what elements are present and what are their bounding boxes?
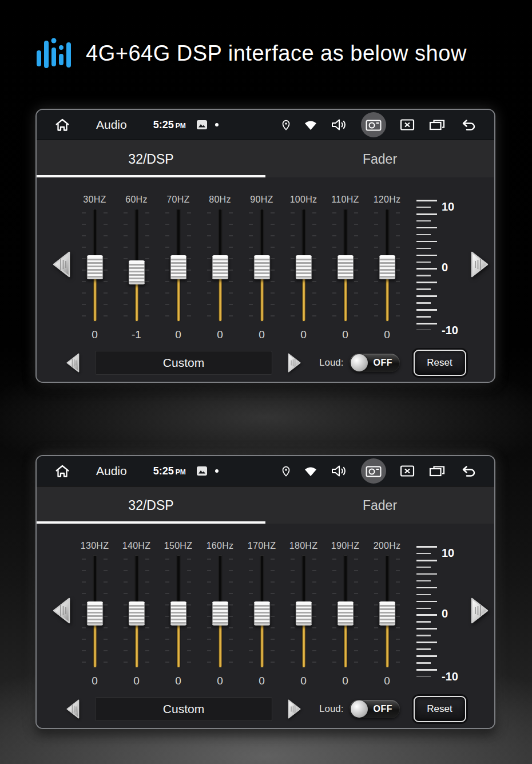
freq-label: 170HZ bbox=[248, 541, 276, 553]
back-icon[interactable] bbox=[459, 118, 477, 132]
tab-fader[interactable]: Fader bbox=[265, 486, 494, 524]
eq-slider[interactable] bbox=[212, 555, 228, 668]
band-value: 0 bbox=[342, 675, 348, 687]
eq-slider[interactable] bbox=[338, 209, 353, 322]
loud-toggle[interactable]: OFF bbox=[350, 700, 400, 718]
slider-thumb[interactable] bbox=[86, 601, 103, 626]
page-title: 4G+64G DSP interface as below show bbox=[86, 41, 467, 66]
slider-thumb[interactable] bbox=[295, 255, 312, 279]
volume-icon[interactable] bbox=[331, 118, 348, 132]
freq-label: 70HZ bbox=[166, 195, 189, 207]
slider-thumb[interactable] bbox=[337, 601, 354, 626]
slider-thumb[interactable] bbox=[86, 255, 103, 279]
band-value: 0 bbox=[217, 328, 223, 341]
page-header: 4G+64G DSP interface as below show bbox=[33, 33, 467, 73]
slider-thumb[interactable] bbox=[379, 601, 395, 626]
eq-slider[interactable] bbox=[254, 555, 269, 668]
eq-slider[interactable] bbox=[296, 555, 311, 668]
wifi-icon bbox=[304, 120, 317, 130]
tab-32dsp[interactable]: 32/DSP bbox=[37, 140, 265, 178]
next-bands-button[interactable] bbox=[462, 249, 493, 280]
equalizer-body: 130HZ 0 140HZ 0 bbox=[37, 524, 494, 728]
close-icon[interactable] bbox=[399, 464, 415, 478]
eq-slider[interactable] bbox=[379, 555, 395, 668]
equalizer-body: 30HZ 0 60Hz -1 bbox=[37, 177, 494, 382]
loud-toggle[interactable]: OFF bbox=[350, 354, 400, 372]
toggle-knob[interactable] bbox=[351, 354, 368, 371]
freq-label: 30HZ bbox=[83, 195, 106, 207]
eq-slider[interactable] bbox=[87, 555, 102, 668]
eq-slider[interactable] bbox=[129, 555, 144, 668]
next-bands-button[interactable] bbox=[462, 595, 493, 626]
freq-label: 200Hz bbox=[374, 541, 401, 553]
slider-thumb[interactable] bbox=[337, 255, 354, 279]
preset-selector[interactable]: Custom bbox=[95, 351, 272, 375]
status-bar: Audio 5:25PM bbox=[37, 110, 494, 140]
slider-thumb[interactable] bbox=[170, 601, 186, 626]
next-preset-button[interactable] bbox=[281, 351, 304, 374]
freq-label: 160Hz bbox=[207, 541, 234, 553]
screenshot-camera-button[interactable] bbox=[361, 112, 386, 137]
freq-label: 100Hz bbox=[290, 195, 317, 207]
band-value: 0 bbox=[217, 675, 223, 687]
eq-slider[interactable] bbox=[170, 209, 186, 322]
eq-slider[interactable] bbox=[87, 209, 102, 322]
band-value: 0 bbox=[92, 328, 98, 341]
slider-thumb[interactable] bbox=[295, 601, 312, 626]
tab-bar: 32/DSP Fader bbox=[37, 140, 494, 179]
location-icon bbox=[281, 119, 291, 130]
recent-apps-icon[interactable] bbox=[428, 118, 446, 132]
screenshot-camera-button[interactable] bbox=[361, 458, 386, 484]
app-title: Audio bbox=[96, 464, 127, 478]
band-value: 0 bbox=[384, 328, 390, 341]
band-value: 0 bbox=[300, 328, 307, 341]
home-icon[interactable] bbox=[54, 117, 71, 132]
camera-icon bbox=[365, 117, 382, 132]
status-bar: Audio 5:25PM bbox=[37, 456, 494, 486]
eq-slider[interactable] bbox=[379, 209, 395, 322]
band-value: 0 bbox=[175, 328, 181, 341]
freq-label: 180HZ bbox=[289, 541, 318, 553]
freq-label: 190HZ bbox=[331, 541, 360, 553]
eq-slider[interactable] bbox=[254, 209, 269, 322]
notification-dot bbox=[215, 469, 219, 473]
slider-thumb[interactable] bbox=[212, 255, 228, 279]
tab-bar: 32/DSP Fader bbox=[37, 486, 494, 525]
bottom-bar: Custom Loud: OFF Reset bbox=[37, 350, 494, 376]
wifi-icon bbox=[304, 466, 317, 477]
preset-selector[interactable]: Custom bbox=[95, 697, 272, 721]
slider-thumb[interactable] bbox=[253, 601, 270, 626]
home-icon[interactable] bbox=[54, 464, 71, 478]
equalizer-bars-icon bbox=[33, 33, 72, 73]
slider-thumb[interactable] bbox=[253, 255, 270, 279]
toggle-state: OFF bbox=[374, 358, 393, 368]
back-icon[interactable] bbox=[459, 464, 477, 478]
slider-thumb[interactable] bbox=[212, 601, 228, 626]
ruler-label-min: -10 bbox=[442, 670, 458, 683]
eq-slider[interactable] bbox=[129, 209, 144, 322]
tab-32dsp[interactable]: 32/DSP bbox=[37, 486, 265, 524]
promo-image: 4G+64G DSP interface as below show Audio… bbox=[0, 0, 532, 764]
eq-slider[interactable] bbox=[296, 209, 311, 322]
slider-thumb[interactable] bbox=[128, 260, 145, 284]
reset-button[interactable]: Reset bbox=[414, 696, 466, 722]
prev-preset-button[interactable] bbox=[63, 351, 86, 374]
clock: 5:25PM bbox=[153, 119, 186, 131]
volume-icon[interactable] bbox=[331, 464, 348, 478]
close-icon[interactable] bbox=[399, 118, 415, 132]
slider-thumb[interactable] bbox=[379, 255, 395, 279]
clock: 5:25PM bbox=[153, 465, 186, 477]
prev-preset-button[interactable] bbox=[63, 698, 86, 721]
toggle-knob[interactable] bbox=[351, 700, 368, 718]
recent-apps-icon[interactable] bbox=[428, 464, 446, 478]
next-preset-button[interactable] bbox=[281, 698, 304, 721]
eq-slider[interactable] bbox=[212, 209, 228, 322]
ruler-label-max: 10 bbox=[442, 547, 454, 560]
band-value: 0 bbox=[384, 675, 390, 687]
slider-thumb[interactable] bbox=[128, 601, 145, 626]
reset-button[interactable]: Reset bbox=[414, 350, 466, 376]
eq-slider[interactable] bbox=[170, 555, 186, 668]
eq-slider[interactable] bbox=[338, 555, 353, 668]
slider-thumb[interactable] bbox=[170, 255, 186, 279]
tab-fader[interactable]: Fader bbox=[265, 140, 494, 178]
